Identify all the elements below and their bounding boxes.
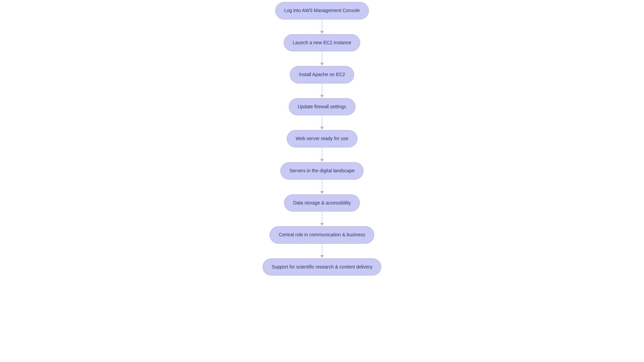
node-login-aws: Log into AWS Management Console: [275, 2, 369, 19]
arrow-icon: [320, 19, 324, 34]
arrow-icon: [320, 83, 324, 98]
node-support-research: Support for scientific research & conten…: [263, 258, 381, 276]
arrow-icon: [320, 212, 324, 226]
node-install-apache: Install Apache on EC2: [290, 66, 354, 83]
flowchart-container: Log into AWS Management Console Launch a…: [263, 2, 381, 276]
arrow-icon: [320, 180, 324, 194]
arrow-icon: [320, 244, 324, 258]
arrow-icon: [320, 115, 324, 130]
node-data-storage: Data storage & accessibility: [284, 194, 360, 212]
node-servers-digital: Servers in the digital landscape: [280, 162, 364, 180]
node-web-server-ready: Web server ready for use: [287, 130, 358, 147]
arrow-icon: [320, 51, 324, 66]
node-launch-ec2: Launch a new EC2 instance: [284, 34, 360, 52]
node-update-firewall: Update firewall settings: [289, 98, 356, 116]
arrow-icon: [320, 147, 324, 162]
node-central-role: Central role in communication & business: [270, 226, 374, 244]
